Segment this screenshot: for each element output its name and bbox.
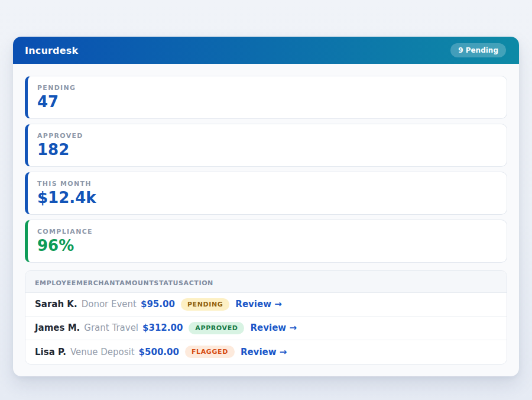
amount-value: $312.00 xyxy=(142,322,183,333)
amount-value: $500.00 xyxy=(139,347,179,357)
column-header-action: ACTION xyxy=(184,279,213,287)
pending-count-badge: 9 Pending xyxy=(450,43,506,57)
merchant-name: Grant Travel xyxy=(84,322,138,333)
page-background: { "app": { "title": "Incurdesk", "header… xyxy=(0,0,532,400)
stat-label: PENDING xyxy=(37,84,497,92)
transactions-table: EMPLOYEEMERCHANTAMOUNTSTATUSACTION Sarah… xyxy=(25,270,507,364)
employee-name: James M. xyxy=(35,322,80,333)
merchant-name: Venue Deposit xyxy=(70,347,135,357)
app-title: Incurdesk xyxy=(25,45,78,56)
merchant-name: Donor Event xyxy=(82,299,137,309)
table-row: James M. Grant Travel $312.00 APPROVED R… xyxy=(25,317,507,340)
stat-value: 96% xyxy=(37,237,497,255)
stat-value: 47 xyxy=(37,93,497,111)
status-badge: PENDING xyxy=(181,298,229,311)
column-header-amount: AMOUNT xyxy=(119,279,154,287)
review-link[interactable]: Review → xyxy=(250,322,296,333)
stat-value: 182 xyxy=(37,141,497,159)
status-badge: FLAGGED xyxy=(185,346,235,358)
stat-card-approved: APPROVED 182 xyxy=(25,124,507,167)
review-link[interactable]: Review → xyxy=(235,299,281,309)
column-header-status: STATUS xyxy=(154,279,183,287)
table-header-row: EMPLOYEEMERCHANTAMOUNTSTATUSACTION xyxy=(25,271,507,293)
column-header-merchant: MERCHANT xyxy=(76,279,119,287)
stat-card-pending: PENDING 47 xyxy=(25,76,507,119)
table-row: Sarah K. Donor Event $95.00 PENDING Revi… xyxy=(25,293,507,317)
app-header: Incurdesk 9 Pending xyxy=(13,37,519,64)
app-body: PENDING 47 APPROVED 182 THIS MONTH $12.4… xyxy=(13,64,519,376)
stat-card-this-month: THIS MONTH $12.4k xyxy=(25,172,507,215)
column-header-employee: EMPLOYEE xyxy=(35,279,76,287)
employee-name: Lisa P. xyxy=(35,347,66,357)
employee-name: Sarah K. xyxy=(35,299,77,309)
stat-card-compliance: COMPLIANCE 96% xyxy=(25,220,507,263)
stat-label: COMPLIANCE xyxy=(37,228,497,236)
stat-value: $12.4k xyxy=(37,189,497,207)
review-link[interactable]: Review → xyxy=(241,347,287,357)
stat-label: THIS MONTH xyxy=(37,180,497,188)
table-row: Lisa P. Venue Deposit $500.00 FLAGGED Re… xyxy=(25,340,507,364)
stats-section: PENDING 47 APPROVED 182 THIS MONTH $12.4… xyxy=(25,76,507,263)
app-card: Incurdesk 9 Pending PENDING 47 APPROVED … xyxy=(13,37,519,376)
status-badge: APPROVED xyxy=(189,322,244,334)
stat-label: APPROVED xyxy=(37,132,497,140)
amount-value: $95.00 xyxy=(141,299,175,309)
